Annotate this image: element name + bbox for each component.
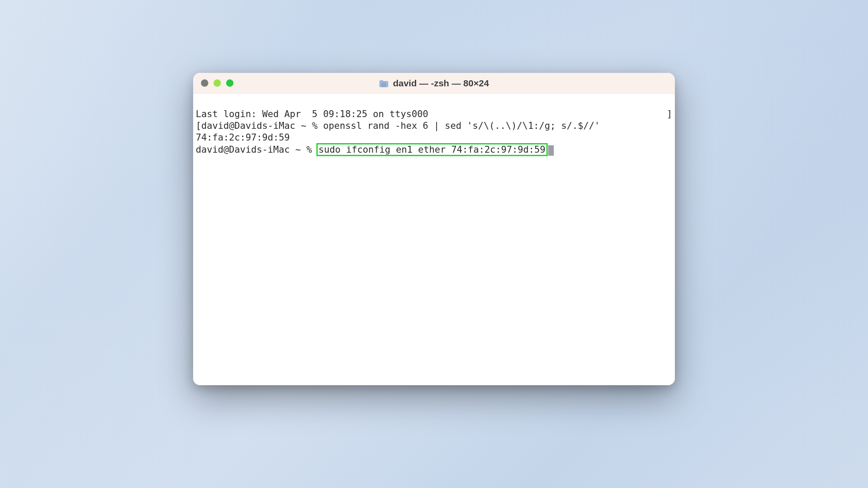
output-line-1: 74:fa:2c:97:9d:59 (196, 131, 672, 143)
traffic-lights (201, 79, 233, 87)
command-text: sudo ifconfig en1 ether 74:fa:2c:97:9d:5… (319, 144, 546, 155)
maximize-button[interactable] (226, 79, 233, 87)
command-line-1: [david@Davids-iMac ~ % openssl rand -hex… (196, 120, 672, 131)
highlighted-command: sudo ifconfig en1 ether 74:fa:2c:97:9d:5… (316, 143, 548, 156)
close-bracket: ] (667, 108, 672, 120)
last-login-line: Last login: Wed Apr 5 09:18:25 on ttys00… (196, 108, 672, 120)
window-title-group: david — -zsh — 80×24 (379, 78, 489, 88)
window-title: david — -zsh — 80×24 (393, 78, 489, 88)
titlebar[interactable]: david — -zsh — 80×24 (193, 73, 675, 94)
command-text: openssl rand -hex 6 | sed 's/\(..\)/\1:/… (323, 120, 600, 131)
terminal-content[interactable]: Last login: Wed Apr 5 09:18:25 on ttys00… (193, 94, 675, 385)
minimize-button[interactable] (214, 79, 221, 87)
cursor (548, 145, 554, 156)
open-bracket: [ (196, 120, 201, 131)
command-line-2[interactable]: david@Davids-iMac ~ % sudo ifconfig en1 … (196, 143, 672, 156)
close-button[interactable] (201, 79, 208, 87)
home-folder-icon (379, 79, 388, 87)
shell-prompt: david@Davids-iMac ~ % (201, 120, 323, 131)
terminal-window: david — -zsh — 80×24 Last login: Wed Apr… (193, 73, 675, 385)
shell-prompt: david@Davids-iMac ~ % (196, 144, 318, 155)
